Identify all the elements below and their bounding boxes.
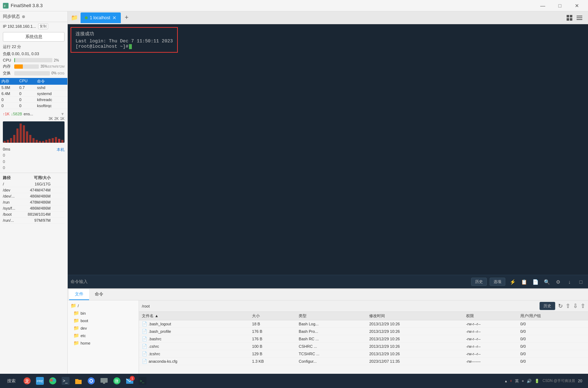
tab-files[interactable]: 文件 bbox=[69, 289, 89, 300]
proc-header-mem: 内存 bbox=[1, 79, 19, 84]
file-table-row[interactable]: 📄 .cshrc 100 B CSHRC ... 2013/12/29 10:2… bbox=[139, 343, 588, 350]
taskbar-icon-chrome[interactable] bbox=[86, 375, 97, 387]
file-table-row[interactable]: 📄 anaconda-ks.cfg 1.3 KB Configur... 202… bbox=[139, 358, 588, 365]
svg-text:微: 微 bbox=[115, 379, 119, 383]
proc-cpu: 0 bbox=[19, 104, 37, 108]
copy-ip-button[interactable]: 复制 bbox=[38, 23, 48, 29]
cpu-stat-row: CPU 2% bbox=[0, 57, 67, 63]
history-button[interactable]: 历史 bbox=[471, 278, 487, 286]
fullscreen-icon[interactable]: □ bbox=[577, 278, 585, 286]
svg-text:>_: >_ bbox=[140, 379, 144, 383]
col-perm[interactable]: 权限 bbox=[463, 312, 517, 320]
tray-lang[interactable]: 英 bbox=[515, 378, 519, 384]
disk-row[interactable]: /16G/17G bbox=[3, 181, 65, 187]
tab-close-button[interactable]: ✕ bbox=[112, 15, 117, 21]
process-row[interactable]: 0 0 ksoftirqc bbox=[0, 103, 67, 109]
net-arrow-icon[interactable]: ▼ bbox=[61, 112, 65, 116]
tray-arrow[interactable]: ▴ bbox=[505, 379, 507, 383]
process-table-header: 内存 CPU 命令 bbox=[0, 78, 67, 85]
taskbar-icon-monitor[interactable] bbox=[98, 375, 110, 387]
settings-icon[interactable]: ⚙ bbox=[554, 278, 562, 286]
grid-view-icon[interactable] bbox=[565, 14, 574, 22]
disk-row[interactable]: /boot881M/1014M bbox=[3, 211, 65, 217]
copy-icon[interactable]: 📋 bbox=[520, 278, 528, 286]
net-graph-bar bbox=[4, 141, 6, 143]
col-size[interactable]: 大小 bbox=[249, 312, 296, 320]
csdn-watermark: CSDN @手可摘淡晨 bbox=[542, 378, 575, 383]
process-row[interactable]: 6.4M 0 systemd bbox=[0, 91, 67, 97]
col-modified[interactable]: 修改时间 bbox=[366, 312, 463, 320]
file-tree-bin[interactable]: 📁 bin bbox=[68, 309, 139, 317]
options-button[interactable]: 选项 bbox=[490, 278, 505, 286]
taskbar-icon-folder[interactable] bbox=[73, 375, 84, 387]
new-tab-button[interactable]: + bbox=[122, 13, 131, 23]
tray-battery-icon[interactable]: 🔋 bbox=[535, 379, 540, 383]
tab-localhost[interactable]: 1 localhost ✕ bbox=[81, 12, 121, 23]
process-row[interactable]: 0 0 kthreadc bbox=[0, 97, 67, 103]
taskbar-icon-dragon[interactable]: 龙 bbox=[21, 375, 33, 387]
up-dir-icon[interactable]: ⇧ bbox=[566, 303, 570, 309]
view-icons bbox=[565, 14, 584, 22]
taskbar-icon-color[interactable] bbox=[47, 375, 58, 387]
col-owner[interactable]: 用户/用户组 bbox=[517, 312, 588, 320]
file-table-row[interactable]: 📄 .bashrc 176 B Bash RC ... 2013/12/29 1… bbox=[139, 335, 588, 343]
net-up: ↑1K bbox=[3, 112, 10, 116]
command-input[interactable] bbox=[95, 279, 468, 284]
disk-row[interactable]: /run478M/486M bbox=[3, 199, 65, 205]
taskbar-icon-wechat[interactable]: 微 bbox=[111, 375, 123, 387]
download-icon[interactable]: ↓ bbox=[565, 278, 574, 286]
swap-value: 0% 0/2G bbox=[51, 71, 65, 75]
file-tree-boot[interactable]: 📁 boot bbox=[68, 317, 139, 324]
file-table-row[interactable]: 📄 .bash_logout 18 B Bash Log... 2013/12/… bbox=[139, 320, 588, 328]
cmd-label: 命令输入 bbox=[71, 279, 92, 285]
tray-wifi-icon[interactable]: ⌖ bbox=[522, 379, 524, 383]
latency-local: 本机 bbox=[57, 147, 65, 152]
list-view-icon[interactable] bbox=[575, 14, 584, 22]
tray-volume-icon[interactable]: 🔊 bbox=[527, 379, 532, 383]
file-icon: 📄 bbox=[142, 359, 147, 364]
tab-commands[interactable]: 命令 bbox=[89, 289, 109, 300]
net-header: ↑1K ↓582B ens... ▼ bbox=[3, 112, 65, 116]
file-icon[interactable]: 📄 bbox=[531, 278, 540, 286]
disk-row[interactable]: /dev/...486M/486M bbox=[3, 193, 65, 199]
lightning-icon[interactable]: ⚡ bbox=[508, 278, 517, 286]
file-name-cell: 📄 .bashrc bbox=[139, 335, 249, 343]
net-graph-bar bbox=[13, 135, 15, 143]
svg-rect-4 bbox=[567, 18, 569, 21]
col-filename[interactable]: 文件名 ▲ bbox=[139, 312, 249, 320]
folder-icon: 📁 bbox=[73, 318, 79, 323]
file-icon: 📄 bbox=[142, 336, 147, 341]
file-tree-home[interactable]: 📁 home bbox=[68, 339, 139, 347]
svg-rect-2 bbox=[567, 15, 569, 17]
refresh-icon[interactable]: ↻ bbox=[558, 303, 563, 309]
file-table-row[interactable]: 📄 .bash_profile 176 B Bash Pro... 2013/1… bbox=[139, 328, 588, 335]
download-file-icon[interactable]: ⇩ bbox=[573, 303, 578, 309]
taskbar-search[interactable]: 搜索 bbox=[3, 378, 20, 384]
taskbar-icon-terminal-dark[interactable]: >_ bbox=[137, 375, 148, 387]
upload-file-icon[interactable]: ⇧ bbox=[581, 303, 585, 309]
terminal[interactable]: 连接成功 Last login: Thu Dec 7 11:50:11 2023… bbox=[68, 24, 588, 275]
taskbar-icon-terminal-black[interactable]: >_ bbox=[60, 375, 71, 387]
disk-row[interactable]: /dev474M/474M bbox=[3, 187, 65, 193]
cpu-label: CPU bbox=[3, 58, 13, 62]
file-path-bar: /root 历史 ↻ ⇧ ⇩ ⇧ bbox=[139, 300, 588, 312]
folder-browse-icon[interactable]: 📁 bbox=[69, 12, 80, 23]
close-button[interactable]: ✕ bbox=[569, 0, 585, 11]
net-graph-bar bbox=[10, 138, 12, 143]
disk-row[interactable]: /run/...97M/97M bbox=[3, 217, 65, 224]
search-icon[interactable]: 🔍 bbox=[542, 278, 551, 286]
sysinfo-button[interactable]: 系统信息 bbox=[3, 32, 65, 42]
svg-rect-7 bbox=[577, 17, 582, 18]
taskbar-icon-pre[interactable]: PRE bbox=[34, 375, 46, 387]
col-type[interactable]: 类型 bbox=[296, 312, 366, 320]
file-tree-etc[interactable]: 📁 etc bbox=[68, 332, 139, 339]
file-tree-dev[interactable]: 📁 dev bbox=[68, 324, 139, 332]
maximize-button[interactable]: □ bbox=[552, 0, 568, 11]
history-btn[interactable]: 历史 bbox=[540, 302, 555, 310]
file-tree-root[interactable]: 📁 / bbox=[68, 302, 139, 309]
file-table-row[interactable]: 📄 .tcshrc 129 B TCSHRC ... 2013/12/29 10… bbox=[139, 350, 588, 358]
minimize-button[interactable]: — bbox=[535, 0, 551, 11]
process-row[interactable]: 5.8M 0.7 sshd bbox=[0, 85, 67, 91]
disk-row[interactable]: /sys/f...486M/486M bbox=[3, 205, 65, 211]
net-graph-bar bbox=[48, 139, 51, 143]
